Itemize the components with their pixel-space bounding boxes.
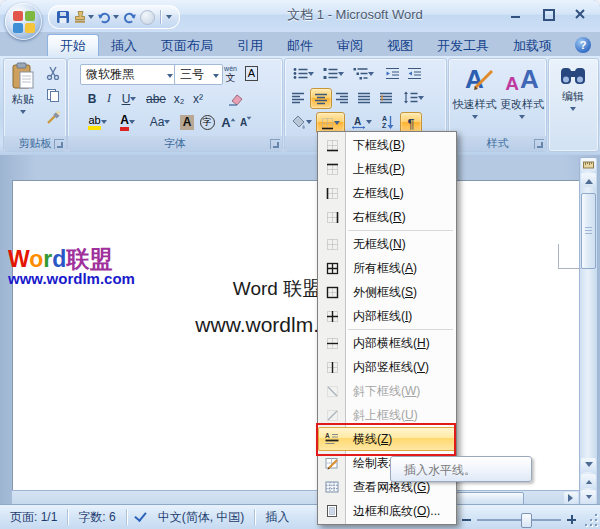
tab-insert[interactable]: 插入 bbox=[99, 35, 149, 56]
zoom-out-button[interactable] bbox=[462, 519, 471, 521]
tab-review[interactable]: 审阅 bbox=[325, 35, 375, 56]
double-arrow-up-icon bbox=[585, 476, 591, 483]
strikethrough-button[interactable]: abe bbox=[144, 89, 168, 108]
help-button[interactable]: ? bbox=[575, 37, 591, 53]
menu-item-border-diagonal-up: 斜上框线(U) bbox=[318, 403, 456, 427]
menu-item-borders-and-shading[interactable]: 边框和底纹(O)... bbox=[318, 499, 456, 523]
menu-item-border-left[interactable]: 左框线(L) bbox=[318, 181, 456, 205]
menu-item-border-top[interactable]: 上框线(P) bbox=[318, 157, 456, 181]
styles-dialog-launcher[interactable] bbox=[534, 139, 544, 149]
grow-font-button[interactable]: A bbox=[220, 112, 238, 132]
format-painter-button[interactable] bbox=[42, 107, 64, 127]
insert-mode-indicator[interactable]: 插入 bbox=[255, 509, 299, 526]
vertical-scroll-thumb[interactable] bbox=[581, 193, 596, 269]
font-size-combo[interactable]: 三号 bbox=[174, 64, 223, 85]
superscript-button[interactable]: x² bbox=[189, 89, 207, 108]
enclose-characters-button[interactable]: 字 bbox=[198, 112, 216, 132]
decrease-indent-button[interactable] bbox=[382, 64, 402, 83]
shading-button[interactable] bbox=[288, 112, 314, 132]
font-dialog-launcher[interactable] bbox=[270, 139, 280, 149]
numbering-button[interactable] bbox=[320, 64, 346, 83]
ruler-toggle-button[interactable] bbox=[581, 158, 596, 171]
justify-button[interactable] bbox=[354, 88, 374, 107]
zoom-slider[interactable] bbox=[477, 519, 561, 521]
scroll-right-button[interactable] bbox=[564, 492, 578, 504]
scroll-down-button[interactable] bbox=[581, 458, 596, 472]
change-case-button[interactable]: Aa bbox=[146, 112, 174, 132]
chevron-down-icon bbox=[418, 96, 424, 103]
menu-item-border-inside-horizontal[interactable]: 内部横框线(H) bbox=[318, 331, 456, 355]
change-styles-button[interactable]: A A 更改样式 bbox=[500, 63, 544, 122]
menu-item-border-all[interactable]: 所有框线(A) bbox=[318, 256, 456, 280]
vertical-scrollbar[interactable] bbox=[579, 157, 598, 505]
stamp-button[interactable] bbox=[73, 10, 94, 24]
increase-indent-button[interactable] bbox=[404, 64, 424, 83]
menu-item-border-right[interactable]: 右框线(R) bbox=[318, 205, 456, 229]
line-spacing-button[interactable] bbox=[400, 88, 426, 107]
multilevel-list-button[interactable] bbox=[350, 64, 376, 83]
menu-item-border-none[interactable]: 无框线(N) bbox=[318, 232, 456, 256]
copy-button[interactable] bbox=[42, 85, 64, 105]
group-edit: 编辑 bbox=[548, 58, 599, 152]
paste-button[interactable]: 粘贴 bbox=[8, 62, 38, 117]
align-center-button[interactable] bbox=[310, 88, 332, 109]
chevron-down-icon bbox=[20, 110, 26, 117]
tab-mailings[interactable]: 邮件 bbox=[275, 35, 325, 56]
bold-button[interactable]: B bbox=[84, 89, 100, 108]
align-left-button[interactable] bbox=[288, 88, 308, 107]
clipboard-dialog-launcher[interactable] bbox=[54, 139, 64, 149]
maximize-button[interactable] bbox=[540, 7, 556, 20]
undo-button[interactable] bbox=[97, 11, 119, 24]
tab-addins[interactable]: 加载项 bbox=[501, 35, 564, 56]
redo-button[interactable] bbox=[122, 11, 137, 24]
menu-item-border-bottom[interactable]: 下框线(B) bbox=[318, 133, 456, 157]
align-right-button[interactable] bbox=[332, 88, 352, 107]
asian-layout-icon: A bbox=[351, 115, 366, 129]
menu-item-border-inside[interactable]: 内部框线(I) bbox=[318, 304, 456, 328]
stamp-icon bbox=[73, 10, 87, 24]
language-indicator[interactable]: 中文(简体, 中国) bbox=[148, 509, 255, 526]
clear-formatting-button[interactable] bbox=[224, 89, 246, 108]
office-button[interactable] bbox=[5, 3, 42, 40]
next-page-button[interactable] bbox=[581, 490, 596, 504]
spellcheck-icon[interactable] bbox=[134, 509, 146, 522]
cut-button[interactable] bbox=[42, 63, 64, 83]
tab-home[interactable]: 开始 bbox=[47, 34, 99, 56]
tab-references[interactable]: 引用 bbox=[225, 35, 275, 56]
minimize-button[interactable] bbox=[508, 7, 524, 20]
word-count[interactable]: 字数: 6 bbox=[68, 509, 125, 526]
font-name-combo[interactable]: 微软雅黑 bbox=[80, 64, 177, 85]
tab-view[interactable]: 视图 bbox=[375, 35, 425, 56]
distributed-button[interactable] bbox=[376, 88, 396, 107]
save-button[interactable] bbox=[56, 10, 70, 24]
tab-page-layout[interactable]: 页面布局 bbox=[149, 35, 225, 56]
italic-button[interactable]: I bbox=[102, 89, 116, 108]
text-highlight-button[interactable]: ab bbox=[84, 112, 111, 132]
scroll-up-button[interactable] bbox=[581, 173, 596, 187]
zoom-slider-thumb[interactable] bbox=[521, 513, 532, 528]
subscript-button[interactable]: x₂ bbox=[170, 89, 188, 108]
bullets-button[interactable] bbox=[290, 64, 316, 83]
underline-button[interactable]: U bbox=[118, 89, 140, 108]
previous-page-button[interactable] bbox=[581, 474, 596, 488]
close-button[interactable] bbox=[572, 7, 588, 20]
sort-button[interactable]: AZ bbox=[378, 112, 398, 132]
asian-layout-button[interactable]: A bbox=[348, 112, 374, 132]
zoom-in-button[interactable] bbox=[567, 515, 576, 524]
page-indicator[interactable]: 页面: 1/1 bbox=[0, 509, 67, 526]
resize-grip[interactable] bbox=[583, 512, 597, 526]
chevron-down-icon bbox=[334, 121, 340, 128]
character-shading-button[interactable]: A bbox=[178, 112, 196, 132]
tab-developer[interactable]: 开发工具 bbox=[425, 35, 501, 56]
menu-item-border-inside-vertical[interactable]: 内部竖框线(V) bbox=[318, 355, 456, 379]
phonetic-guide-button[interactable]: wén 文 bbox=[221, 63, 240, 84]
menu-item-border-outside[interactable]: 外侧框线(S) bbox=[318, 280, 456, 304]
font-color-button[interactable]: A bbox=[114, 112, 141, 132]
chevron-down-icon bbox=[366, 120, 372, 127]
menu-item-horizontal-line[interactable]: A 横线(Z) bbox=[318, 427, 456, 451]
character-border-button[interactable]: A bbox=[242, 63, 261, 84]
shrink-font-button[interactable]: A bbox=[238, 112, 255, 132]
editing-button[interactable]: 编辑 bbox=[552, 65, 594, 114]
quick-styles-button[interactable]: A 快速样式 bbox=[451, 63, 498, 122]
qat-more-icon[interactable] bbox=[166, 15, 172, 22]
